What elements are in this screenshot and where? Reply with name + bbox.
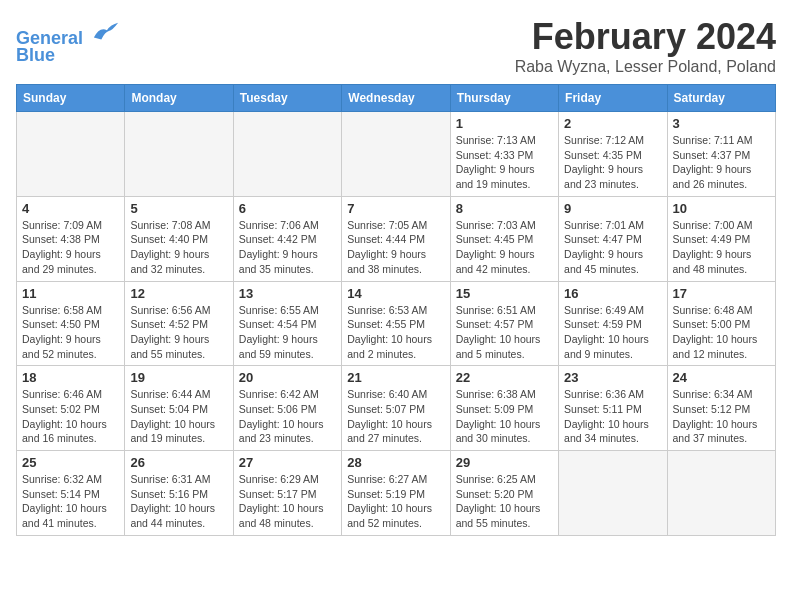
weekday-header-friday: Friday (559, 85, 667, 112)
calendar-cell (342, 112, 450, 197)
calendar-cell: 7Sunrise: 7:05 AM Sunset: 4:44 PM Daylig… (342, 196, 450, 281)
calendar-cell: 27Sunrise: 6:29 AM Sunset: 5:17 PM Dayli… (233, 451, 341, 536)
day-info: Sunrise: 7:01 AM Sunset: 4:47 PM Dayligh… (564, 218, 661, 277)
calendar-cell: 8Sunrise: 7:03 AM Sunset: 4:45 PM Daylig… (450, 196, 558, 281)
calendar-cell: 11Sunrise: 6:58 AM Sunset: 4:50 PM Dayli… (17, 281, 125, 366)
calendar-cell: 23Sunrise: 6:36 AM Sunset: 5:11 PM Dayli… (559, 366, 667, 451)
day-number: 17 (673, 286, 770, 301)
day-number: 19 (130, 370, 227, 385)
day-info: Sunrise: 6:38 AM Sunset: 5:09 PM Dayligh… (456, 387, 553, 446)
day-number: 11 (22, 286, 119, 301)
month-title: February 2024 (515, 16, 776, 58)
calendar-cell: 13Sunrise: 6:55 AM Sunset: 4:54 PM Dayli… (233, 281, 341, 366)
day-info: Sunrise: 6:53 AM Sunset: 4:55 PM Dayligh… (347, 303, 444, 362)
day-info: Sunrise: 6:58 AM Sunset: 4:50 PM Dayligh… (22, 303, 119, 362)
calendar-cell (17, 112, 125, 197)
day-info: Sunrise: 7:12 AM Sunset: 4:35 PM Dayligh… (564, 133, 661, 192)
calendar-cell: 1Sunrise: 7:13 AM Sunset: 4:33 PM Daylig… (450, 112, 558, 197)
calendar-cell: 4Sunrise: 7:09 AM Sunset: 4:38 PM Daylig… (17, 196, 125, 281)
calendar-week-row: 1Sunrise: 7:13 AM Sunset: 4:33 PM Daylig… (17, 112, 776, 197)
day-number: 13 (239, 286, 336, 301)
logo: General Blue (16, 20, 120, 66)
calendar-cell (667, 451, 775, 536)
day-info: Sunrise: 6:36 AM Sunset: 5:11 PM Dayligh… (564, 387, 661, 446)
calendar-cell: 12Sunrise: 6:56 AM Sunset: 4:52 PM Dayli… (125, 281, 233, 366)
weekday-header-saturday: Saturday (667, 85, 775, 112)
calendar-cell: 14Sunrise: 6:53 AM Sunset: 4:55 PM Dayli… (342, 281, 450, 366)
calendar-week-row: 4Sunrise: 7:09 AM Sunset: 4:38 PM Daylig… (17, 196, 776, 281)
day-info: Sunrise: 6:40 AM Sunset: 5:07 PM Dayligh… (347, 387, 444, 446)
page-header: General Blue February 2024 Raba Wyzna, L… (16, 16, 776, 76)
day-number: 3 (673, 116, 770, 131)
calendar-cell: 17Sunrise: 6:48 AM Sunset: 5:00 PM Dayli… (667, 281, 775, 366)
day-info: Sunrise: 6:49 AM Sunset: 4:59 PM Dayligh… (564, 303, 661, 362)
day-number: 25 (22, 455, 119, 470)
day-info: Sunrise: 6:51 AM Sunset: 4:57 PM Dayligh… (456, 303, 553, 362)
calendar-cell: 28Sunrise: 6:27 AM Sunset: 5:19 PM Dayli… (342, 451, 450, 536)
day-number: 5 (130, 201, 227, 216)
day-number: 15 (456, 286, 553, 301)
day-info: Sunrise: 6:44 AM Sunset: 5:04 PM Dayligh… (130, 387, 227, 446)
day-info: Sunrise: 6:48 AM Sunset: 5:00 PM Dayligh… (673, 303, 770, 362)
day-number: 23 (564, 370, 661, 385)
calendar-cell: 9Sunrise: 7:01 AM Sunset: 4:47 PM Daylig… (559, 196, 667, 281)
day-number: 20 (239, 370, 336, 385)
day-info: Sunrise: 6:32 AM Sunset: 5:14 PM Dayligh… (22, 472, 119, 531)
calendar-cell: 6Sunrise: 7:06 AM Sunset: 4:42 PM Daylig… (233, 196, 341, 281)
day-number: 12 (130, 286, 227, 301)
day-number: 4 (22, 201, 119, 216)
day-info: Sunrise: 6:34 AM Sunset: 5:12 PM Dayligh… (673, 387, 770, 446)
day-info: Sunrise: 7:11 AM Sunset: 4:37 PM Dayligh… (673, 133, 770, 192)
calendar-week-row: 18Sunrise: 6:46 AM Sunset: 5:02 PM Dayli… (17, 366, 776, 451)
day-number: 6 (239, 201, 336, 216)
location-title: Raba Wyzna, Lesser Poland, Poland (515, 58, 776, 76)
day-number: 8 (456, 201, 553, 216)
calendar-cell: 20Sunrise: 6:42 AM Sunset: 5:06 PM Dayli… (233, 366, 341, 451)
day-number: 24 (673, 370, 770, 385)
calendar-week-row: 25Sunrise: 6:32 AM Sunset: 5:14 PM Dayli… (17, 451, 776, 536)
calendar-cell: 21Sunrise: 6:40 AM Sunset: 5:07 PM Dayli… (342, 366, 450, 451)
calendar-cell: 19Sunrise: 6:44 AM Sunset: 5:04 PM Dayli… (125, 366, 233, 451)
day-info: Sunrise: 7:09 AM Sunset: 4:38 PM Dayligh… (22, 218, 119, 277)
weekday-header-monday: Monday (125, 85, 233, 112)
day-number: 28 (347, 455, 444, 470)
day-info: Sunrise: 7:00 AM Sunset: 4:49 PM Dayligh… (673, 218, 770, 277)
day-info: Sunrise: 6:29 AM Sunset: 5:17 PM Dayligh… (239, 472, 336, 531)
calendar-cell (559, 451, 667, 536)
weekday-header-thursday: Thursday (450, 85, 558, 112)
day-number: 2 (564, 116, 661, 131)
calendar-cell: 26Sunrise: 6:31 AM Sunset: 5:16 PM Dayli… (125, 451, 233, 536)
calendar-cell (233, 112, 341, 197)
day-info: Sunrise: 6:46 AM Sunset: 5:02 PM Dayligh… (22, 387, 119, 446)
calendar-cell: 25Sunrise: 6:32 AM Sunset: 5:14 PM Dayli… (17, 451, 125, 536)
calendar-cell: 22Sunrise: 6:38 AM Sunset: 5:09 PM Dayli… (450, 366, 558, 451)
calendar-cell: 5Sunrise: 7:08 AM Sunset: 4:40 PM Daylig… (125, 196, 233, 281)
day-number: 14 (347, 286, 444, 301)
logo-bird-icon (92, 20, 120, 44)
calendar-cell: 15Sunrise: 6:51 AM Sunset: 4:57 PM Dayli… (450, 281, 558, 366)
day-number: 1 (456, 116, 553, 131)
calendar-cell: 24Sunrise: 6:34 AM Sunset: 5:12 PM Dayli… (667, 366, 775, 451)
calendar-cell: 16Sunrise: 6:49 AM Sunset: 4:59 PM Dayli… (559, 281, 667, 366)
day-info: Sunrise: 7:08 AM Sunset: 4:40 PM Dayligh… (130, 218, 227, 277)
day-info: Sunrise: 7:06 AM Sunset: 4:42 PM Dayligh… (239, 218, 336, 277)
day-info: Sunrise: 6:55 AM Sunset: 4:54 PM Dayligh… (239, 303, 336, 362)
day-info: Sunrise: 7:05 AM Sunset: 4:44 PM Dayligh… (347, 218, 444, 277)
day-number: 9 (564, 201, 661, 216)
day-number: 7 (347, 201, 444, 216)
day-info: Sunrise: 7:13 AM Sunset: 4:33 PM Dayligh… (456, 133, 553, 192)
day-number: 16 (564, 286, 661, 301)
calendar-cell: 10Sunrise: 7:00 AM Sunset: 4:49 PM Dayli… (667, 196, 775, 281)
title-block: February 2024 Raba Wyzna, Lesser Poland,… (515, 16, 776, 76)
day-info: Sunrise: 6:56 AM Sunset: 4:52 PM Dayligh… (130, 303, 227, 362)
day-info: Sunrise: 6:42 AM Sunset: 5:06 PM Dayligh… (239, 387, 336, 446)
weekday-header-sunday: Sunday (17, 85, 125, 112)
day-number: 18 (22, 370, 119, 385)
calendar-cell (125, 112, 233, 197)
day-info: Sunrise: 6:31 AM Sunset: 5:16 PM Dayligh… (130, 472, 227, 531)
day-info: Sunrise: 6:27 AM Sunset: 5:19 PM Dayligh… (347, 472, 444, 531)
weekday-header-row: SundayMondayTuesdayWednesdayThursdayFrid… (17, 85, 776, 112)
day-info: Sunrise: 7:03 AM Sunset: 4:45 PM Dayligh… (456, 218, 553, 277)
calendar-table: SundayMondayTuesdayWednesdayThursdayFrid… (16, 84, 776, 536)
calendar-week-row: 11Sunrise: 6:58 AM Sunset: 4:50 PM Dayli… (17, 281, 776, 366)
